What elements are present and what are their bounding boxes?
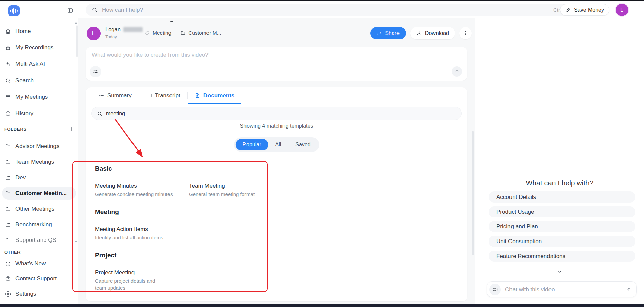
composer-card xyxy=(86,47,467,81)
filter-group: Popular All Saved xyxy=(234,137,319,152)
filter-saved[interactable]: Saved xyxy=(288,139,317,150)
folder-label: Support and QS xyxy=(15,237,56,244)
sidebar-item-my-meetings[interactable]: My Meetings xyxy=(0,90,78,104)
sidebar-item-settings[interactable]: Settings xyxy=(0,287,78,301)
template-project-meeting[interactable]: Project Meeting Capture project details … xyxy=(95,269,189,291)
sidebar-folder-dev[interactable]: Dev xyxy=(0,171,78,184)
tab-label: Transcript xyxy=(155,92,180,99)
main-scrollbar[interactable] xyxy=(472,131,474,255)
suggestion-unit-consumption[interactable]: Unit Consumption xyxy=(489,236,635,247)
sidebar-item-contact-support[interactable]: Contact Support xyxy=(0,272,78,286)
expand-suggestions-button[interactable] xyxy=(557,269,563,274)
topbar: Ctrl+K Save Money L xyxy=(78,1,644,18)
main-content: L Logan Today Meeting Customer M... xyxy=(78,18,475,304)
tab-label: Documents xyxy=(203,92,235,99)
folder-label: Advisor Meetings xyxy=(15,143,59,150)
more-options-button[interactable] xyxy=(459,27,472,39)
save-money-button[interactable]: Save Money xyxy=(560,4,609,16)
template-list: Basic Meeting Minutes Generate concise m… xyxy=(95,165,310,301)
tab-bar: Summary Transcript Documents xyxy=(86,87,467,104)
template-grid: Project Meeting Capture project details … xyxy=(95,269,310,291)
sidebar-item-label: My Meetings xyxy=(15,94,48,100)
video-camera-icon xyxy=(492,287,498,292)
tab-transcript[interactable]: Transcript xyxy=(139,87,187,104)
tag-label: Customer M... xyxy=(188,30,221,36)
tab-documents[interactable]: Documents xyxy=(188,87,242,104)
sidebar-item-history[interactable]: History xyxy=(0,107,78,120)
template-title: Project Meeting xyxy=(95,269,189,276)
folder-icon xyxy=(5,143,11,149)
composer-send-button[interactable] xyxy=(452,66,462,77)
download-icon xyxy=(416,30,422,36)
assistant-suggestions: Account Details Product Usage Pricing an… xyxy=(489,191,635,262)
filter-all[interactable]: All xyxy=(268,139,289,150)
global-search[interactable]: Ctrl+K xyxy=(86,4,573,16)
folder-icon xyxy=(5,190,11,196)
composer-input[interactable] xyxy=(92,52,394,58)
folder-label: Dev xyxy=(15,174,26,181)
template-meeting-action-items[interactable]: Meeting Action Items Identify and list a… xyxy=(95,226,189,241)
sidebar-scroll-up-icon[interactable] xyxy=(75,22,77,24)
template-search-input[interactable] xyxy=(106,111,456,117)
tab-summary[interactable]: Summary xyxy=(91,87,139,104)
recording-actions: Share Download xyxy=(370,27,472,39)
sliders-icon xyxy=(93,69,98,74)
folder-icon xyxy=(5,237,11,243)
composer-options-button[interactable] xyxy=(90,66,101,77)
download-button[interactable]: Download xyxy=(410,27,455,39)
sidebar-nav: Home My Recordings Multi Ask AI Search M… xyxy=(0,25,78,120)
arrow-up-icon xyxy=(454,69,460,74)
chat-send-button[interactable] xyxy=(626,287,632,292)
section-title-basic: Basic xyxy=(95,165,310,172)
sidebar-folder-team-meetings[interactable]: Team Meetings xyxy=(0,156,78,169)
sidebar-item-multi-ask-ai[interactable]: Multi Ask AI xyxy=(0,57,78,71)
folder-icon xyxy=(5,206,11,212)
suggestion-product-usage[interactable]: Product Usage xyxy=(489,206,635,217)
folders-header-label: FOLDERS xyxy=(4,127,27,132)
share-icon xyxy=(377,31,382,36)
history-icon xyxy=(5,261,11,267)
recording-owner-name: Logan xyxy=(105,26,121,33)
tag-customer-folder[interactable]: Customer M... xyxy=(180,30,221,36)
filter-popular[interactable]: Popular xyxy=(235,139,268,150)
template-title: Team Meeting xyxy=(189,182,283,190)
sidebar-item-label: What's New xyxy=(15,260,46,267)
sidebar-item-home[interactable]: Home xyxy=(0,25,78,38)
sidebar-folder-customer-meetings[interactable]: Customer Meetin... xyxy=(2,187,76,200)
folder-label: Team Meetings xyxy=(15,159,54,165)
app-logo-icon[interactable] xyxy=(8,5,20,16)
rocket-icon xyxy=(565,7,571,13)
redacted-name xyxy=(123,27,143,32)
suggestion-account-details[interactable]: Account Details xyxy=(489,191,635,203)
suggestion-feature-recommendations[interactable]: Feature Recommendations xyxy=(489,251,635,262)
template-meeting-minutes[interactable]: Meeting Minutes Generate concise meeting… xyxy=(95,182,189,198)
calendar-icon xyxy=(5,94,11,100)
sidebar-item-my-recordings[interactable]: My Recordings xyxy=(0,41,78,54)
user-avatar[interactable]: L xyxy=(616,4,628,16)
sidebar-item-whats-new[interactable]: What's New xyxy=(0,257,78,270)
tag-icon xyxy=(145,30,150,36)
add-folder-button[interactable] xyxy=(69,126,74,132)
search-icon xyxy=(5,78,11,84)
sidebar: Home My Recordings Multi Ask AI Search M… xyxy=(0,1,78,304)
share-button[interactable]: Share xyxy=(370,27,406,39)
folder-label: Other Meetings xyxy=(15,206,54,212)
sidebar-item-search[interactable]: Search xyxy=(0,74,78,87)
recording-tags: Meeting Customer M... xyxy=(145,22,221,44)
sidebar-folder-benchmarking[interactable]: Benchmarking xyxy=(0,218,78,231)
window-frame-bottom xyxy=(0,304,644,307)
tag-meeting[interactable]: Meeting xyxy=(145,30,171,36)
template-search[interactable] xyxy=(91,107,462,120)
sidebar-toggle-icon[interactable] xyxy=(67,7,73,14)
video-context-button[interactable] xyxy=(489,284,501,295)
sidebar-folder-clipped[interactable]: Support and QS xyxy=(0,234,78,247)
chat-input[interactable] xyxy=(505,286,621,293)
gear-icon xyxy=(5,291,11,297)
suggestion-pricing-and-plan[interactable]: Pricing and Plan xyxy=(489,221,635,232)
template-team-meeting[interactable]: Team Meeting General team meeting format xyxy=(189,182,283,198)
sidebar-folder-advisor-meetings[interactable]: Advisor Meetings xyxy=(0,140,78,153)
kebab-menu-icon xyxy=(463,30,468,36)
global-search-input[interactable] xyxy=(102,7,549,13)
sidebar-item-label: Multi Ask AI xyxy=(15,61,45,68)
sidebar-folder-other-meetings[interactable]: Other Meetings xyxy=(0,203,78,215)
